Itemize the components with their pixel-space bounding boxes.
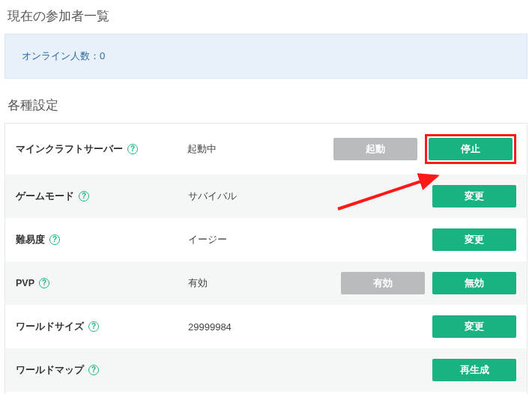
highlight-stop: 停止 [425,134,516,164]
value-difficulty: イージー [188,233,334,246]
change-game-mode-button[interactable]: 変更 [432,185,516,207]
value-game-mode: サバイバル [188,190,334,203]
help-icon[interactable]: ? [79,191,89,201]
help-icon[interactable]: ? [88,321,99,332]
pvp-disable-button[interactable]: 無効 [432,272,516,294]
regenerate-world-button[interactable]: 再生成 [432,359,516,381]
help-icon[interactable]: ? [88,365,99,375]
settings-title: 各種設定 [7,97,528,114]
label-minecraft-server: マインクラフトサーバー [16,143,123,156]
settings-panel: マインクラフトサーバー ? 起動中 起動 停止 [4,123,528,394]
row-world-map: ワールドマップ ? 再生成 [5,348,527,392]
value-world-size: 29999984 [188,321,334,333]
help-icon[interactable]: ? [49,234,60,245]
value-minecraft-server: 起動中 [187,142,333,156]
row-difficulty: 難易度 ? イージー 変更 [5,218,527,261]
row-minecraft-server: マインクラフトサーバー ? 起動中 起動 停止 [5,124,527,175]
change-world-size-button[interactable]: 変更 [432,315,516,338]
online-count-text: オンライン人数：0 [22,50,105,61]
row-pvp: PVP ? 有効 有効 無効 [5,261,527,305]
online-info-box: オンライン人数：0 [4,34,528,79]
label-world-size: ワールドサイズ [16,321,84,333]
change-difficulty-button[interactable]: 変更 [432,228,516,251]
help-icon[interactable]: ? [39,278,49,288]
row-world-size: ワールドサイズ ? 29999984 変更 [5,305,527,348]
row-game-mode: ゲームモード ? サバイバル 変更 [5,175,527,218]
label-pvp: PVP [16,278,34,288]
help-icon[interactable]: ? [127,144,138,154]
value-pvp: 有効 [188,276,334,290]
participants-title: 現在の参加者一覧 [7,7,528,25]
stop-server-button[interactable]: 停止 [429,138,513,160]
label-difficulty: 難易度 [16,234,45,246]
label-world-map: ワールドマップ [16,364,84,377]
start-server-button: 起動 [333,138,417,160]
label-game-mode: ゲームモード [16,190,74,203]
pvp-enable-button: 有効 [341,272,425,294]
